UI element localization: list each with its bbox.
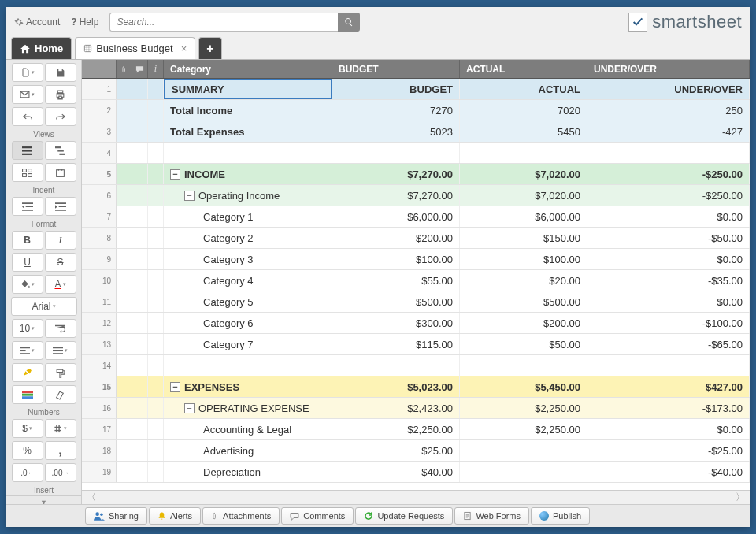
cell-category[interactable]: Category 2: [164, 228, 332, 248]
cell-category[interactable]: Category 1: [164, 206, 332, 227]
indent-button[interactable]: [45, 197, 76, 216]
clear-format-button[interactable]: [45, 385, 76, 404]
cell-category[interactable]: Total Expenses: [164, 121, 332, 142]
table-row[interactable]: 11Category 5$500.00$500.00$0.00: [82, 291, 750, 313]
cell-budget[interactable]: $6,000.00: [332, 206, 460, 227]
tab-home[interactable]: Home: [11, 37, 72, 59]
cell-underover[interactable]: -$65.00: [587, 334, 750, 354]
alerts-button[interactable]: Alerts: [149, 507, 201, 525]
col-head-underover[interactable]: UNDER/OVER: [587, 60, 750, 78]
info-cell[interactable]: [148, 249, 164, 269]
comment-cell[interactable]: [132, 249, 148, 269]
info-cell[interactable]: [148, 185, 164, 206]
account-link[interactable]: Account: [14, 17, 60, 28]
attach-cell[interactable]: [117, 270, 132, 291]
table-row[interactable]: 15−EXPENSES$5,023.00$5,450.00$427.00: [82, 376, 750, 398]
font-select[interactable]: Arial▾: [11, 297, 77, 316]
row-number[interactable]: 19: [82, 462, 117, 482]
cell-budget[interactable]: $500.00: [332, 291, 460, 312]
cell-underover[interactable]: $0.00: [587, 419, 750, 439]
info-cell[interactable]: [148, 334, 164, 354]
info-cell[interactable]: [148, 313, 164, 333]
attach-cell[interactable]: [117, 334, 132, 354]
col-head-budget[interactable]: BUDGET: [332, 60, 460, 78]
italic-button[interactable]: I: [45, 231, 76, 250]
cell-underover[interactable]: [587, 143, 750, 163]
comment-cell[interactable]: [132, 355, 148, 376]
row-number[interactable]: 15: [82, 376, 117, 397]
cell-actual[interactable]: [460, 355, 587, 376]
col-head-category[interactable]: Category: [164, 60, 332, 78]
row-number[interactable]: 4: [82, 143, 117, 163]
cell-actual[interactable]: $7,020.00: [460, 164, 587, 184]
percent-button[interactable]: %: [12, 441, 43, 460]
dec-dec-button[interactable]: .00→: [45, 463, 76, 482]
calendar-view-button[interactable]: [45, 163, 76, 182]
cell-actual[interactable]: $20.00: [460, 270, 587, 291]
text-color-button[interactable]: A▾: [45, 275, 76, 294]
cell-budget[interactable]: $2,250.00: [332, 419, 460, 439]
row-number[interactable]: 13: [82, 334, 117, 354]
comment-col-head[interactable]: [132, 60, 148, 78]
web-forms-button[interactable]: Web Forms: [454, 507, 529, 525]
attach-cell[interactable]: [117, 313, 132, 333]
scroll-left-icon[interactable]: 〈: [87, 491, 96, 504]
comment-cell[interactable]: [132, 462, 148, 482]
cell-underover[interactable]: $427.00: [587, 376, 750, 397]
info-cell[interactable]: [148, 440, 164, 461]
attach-cell[interactable]: [117, 206, 132, 227]
help-link[interactable]: ? Help: [71, 17, 98, 28]
grid-view-button[interactable]: [12, 141, 43, 160]
row-number[interactable]: 2: [82, 100, 117, 121]
col-head-actual[interactable]: ACTUAL: [460, 60, 587, 78]
cell-budget[interactable]: $55.00: [332, 270, 460, 291]
cell-category[interactable]: SUMMARY: [164, 79, 332, 99]
cell-underover[interactable]: -427: [587, 121, 750, 142]
row-number[interactable]: 11: [82, 291, 117, 312]
table-row[interactable]: 9Category 3$100.00$100.00$0.00: [82, 249, 750, 270]
cell-actual[interactable]: $50.00: [460, 334, 587, 354]
info-cell[interactable]: [148, 355, 164, 376]
comment-cell[interactable]: [132, 121, 148, 142]
cell-actual[interactable]: $7,020.00: [460, 185, 587, 206]
comment-cell[interactable]: [132, 164, 148, 184]
outdent-button[interactable]: [12, 197, 43, 216]
table-row[interactable]: 2Total Income72707020250: [82, 100, 750, 121]
card-view-button[interactable]: [12, 163, 43, 182]
cell-budget[interactable]: $115.00: [332, 334, 460, 354]
wrap-button[interactable]: [45, 319, 76, 338]
collapse-icon[interactable]: −: [170, 169, 180, 180]
row-number[interactable]: 12: [82, 313, 117, 333]
attach-cell[interactable]: [117, 164, 132, 184]
comment-cell[interactable]: [132, 206, 148, 227]
cell-actual[interactable]: $500.00: [460, 291, 587, 312]
cell-underover[interactable]: -$100.00: [587, 313, 750, 333]
tab-add[interactable]: +: [198, 37, 221, 59]
row-number[interactable]: 18: [82, 440, 117, 461]
cell-actual[interactable]: [460, 440, 587, 461]
info-cell[interactable]: [148, 419, 164, 439]
info-cell[interactable]: [148, 121, 164, 142]
info-cell[interactable]: [148, 206, 164, 227]
comment-cell[interactable]: [132, 100, 148, 121]
table-row[interactable]: 8Category 2$200.00$150.00-$50.00: [82, 228, 750, 249]
row-number[interactable]: 5: [82, 164, 117, 184]
table-row[interactable]: 3Total Expenses50235450-427: [82, 121, 750, 143]
info-cell[interactable]: [148, 291, 164, 312]
cell-category[interactable]: Accounting & Legal: [164, 419, 332, 439]
cell-budget[interactable]: $300.00: [332, 313, 460, 333]
attach-cell[interactable]: [117, 440, 132, 461]
row-number[interactable]: 3: [82, 121, 117, 142]
cell-budget[interactable]: $2,423.00: [332, 398, 460, 418]
comment-cell[interactable]: [132, 143, 148, 163]
table-row[interactable]: 19Depreciation$40.00-$40.00: [82, 462, 750, 483]
info-cell[interactable]: [148, 100, 164, 121]
attach-cell[interactable]: [117, 249, 132, 269]
comment-cell[interactable]: [132, 228, 148, 248]
info-cell[interactable]: [148, 79, 164, 99]
cell-actual[interactable]: [460, 143, 587, 163]
table-row[interactable]: 17Accounting & Legal$2,250.00$2,250.00$0…: [82, 419, 750, 440]
dec-inc-button[interactable]: .0←: [12, 463, 43, 482]
cell-underover[interactable]: $0.00: [587, 291, 750, 312]
row-number[interactable]: 14: [82, 355, 117, 376]
